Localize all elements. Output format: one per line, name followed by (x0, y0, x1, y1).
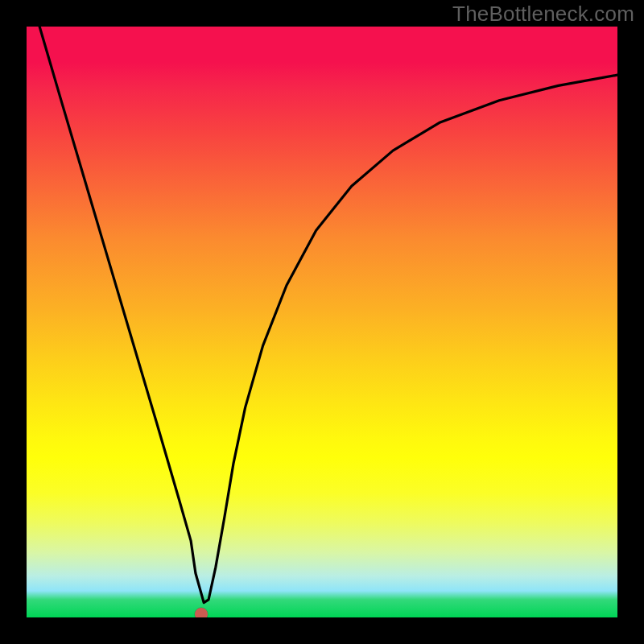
minimum-dot (195, 608, 208, 617)
plot-area (27, 27, 617, 617)
bottleneck-curve (39, 27, 617, 603)
chart-container: TheBottleneck.com (0, 0, 644, 644)
watermark-text: TheBottleneck.com (452, 2, 634, 27)
curve-svg (27, 27, 617, 617)
